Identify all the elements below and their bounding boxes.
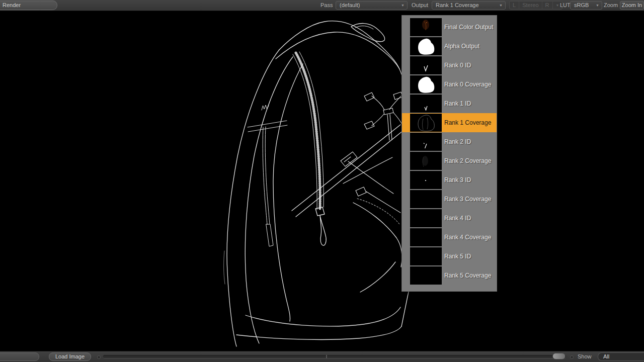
output-menu-item[interactable]: Final Color Output [402, 18, 497, 37]
render-button[interactable]: Render [0, 1, 57, 10]
output-thumbnail [410, 75, 442, 94]
backpack-wireframe [216, 11, 428, 347]
render-viewport[interactable] [0, 11, 644, 351]
output-menu-item-label: Final Color Output [444, 24, 493, 31]
output-menu-item-label: Rank 3 Coverage [444, 196, 491, 203]
stereo-button-group: L Stereo R ▼ [509, 1, 562, 10]
thumbnail-preview-icon [410, 209, 442, 227]
lut-dropdown-value: sRGB [574, 2, 589, 8]
output-menu-item[interactable]: Rank 3 Coverage [402, 190, 497, 209]
output-thumbnail [410, 152, 442, 170]
stereo-left-button[interactable]: L [510, 2, 519, 9]
thumbnail-preview-icon [410, 56, 442, 74]
thumbnail-preview-icon [410, 266, 442, 285]
chevron-down-icon: ▼ [499, 2, 503, 9]
output-dropdown-value: Rank 1 Coverage [436, 2, 479, 8]
thumbnail-preview-icon [410, 95, 442, 113]
output-menu-item[interactable]: Rank 5 Coverage [402, 266, 497, 285]
output-menu-item-label: Rank 5 Coverage [444, 272, 491, 279]
output-menu-item-label: Rank 4 Coverage [444, 234, 491, 241]
thumbnail-preview-icon [410, 133, 442, 151]
output-menu-item[interactable]: Rank 2 ID [402, 132, 497, 151]
output-menu-item[interactable]: Rank 2 Coverage [402, 151, 497, 170]
output-menu-item-label: Rank 2 Coverage [444, 157, 491, 164]
slider-start-dot-icon [97, 355, 101, 359]
output-menu-item[interactable]: Rank 4 Coverage [402, 228, 497, 247]
lut-label: LUT [560, 0, 571, 11]
output-menu-item-label: Rank 3 ID [444, 176, 471, 184]
thumbnail-preview-icon [410, 75, 442, 94]
render-button-label: Render [3, 2, 21, 8]
output-thumbnail [410, 37, 442, 55]
output-menu-item[interactable]: Rank 0 Coverage [402, 75, 497, 94]
top-toolbar: Render Pass (default) ▼ Output Rank 1 Co… [0, 0, 644, 11]
chevron-down-icon: ▼ [401, 2, 405, 9]
show-label: Show [578, 351, 592, 362]
thumbnail-preview-icon [410, 190, 442, 208]
output-menu-item-label: Rank 0 ID [444, 62, 471, 69]
output-menu-item[interactable]: Rank 1 ID [402, 94, 497, 113]
output-thumbnail [410, 209, 442, 227]
output-menu-item-label: Rank 1 ID [444, 100, 471, 107]
thumbnail-preview-icon [410, 37, 442, 55]
output-thumbnail [410, 266, 442, 285]
thumbnail-preview-icon [410, 18, 442, 36]
frame-slider-marker [326, 355, 327, 358]
output-thumbnail [410, 56, 442, 74]
pass-label: Pass [320, 0, 333, 11]
output-menu-item[interactable]: Rank 3 ID [402, 170, 497, 190]
output-menu-item[interactable]: Alpha Output [402, 37, 497, 56]
show-filter-dropdown[interactable]: All [598, 352, 644, 361]
stereo-right-button[interactable]: R [542, 2, 553, 9]
zoom-label: Zoom [604, 0, 618, 11]
catalog-dropdown[interactable] [0, 352, 39, 361]
output-menu-item-label: Rank 0 Coverage [444, 81, 491, 88]
output-thumbnail [410, 133, 442, 151]
output-thumbnail [410, 114, 442, 132]
output-menu-item[interactable]: Rank 0 ID [402, 56, 497, 75]
pass-dropdown-value: (default) [340, 2, 360, 8]
load-image-button[interactable]: Load Image [49, 352, 91, 361]
output-label: Output [412, 0, 428, 11]
render-monitor-window: { "toolbar": { "render_label": "Render",… [0, 0, 644, 362]
lut-dropdown[interactable]: sRGB ▼ [570, 1, 602, 10]
frame-slider-track[interactable] [103, 355, 566, 358]
thumbnail-preview-icon [410, 228, 442, 246]
output-menu-item[interactable]: Rank 1 Coverage [402, 113, 497, 132]
thumbnail-preview-icon [410, 247, 442, 265]
output-thumbnail [410, 190, 442, 208]
thumbnail-preview-icon [410, 114, 442, 132]
thumbnail-preview-icon [410, 152, 442, 170]
frame-slider-handle[interactable] [552, 353, 566, 359]
pass-dropdown[interactable]: (default) ▼ [336, 1, 408, 10]
output-dropdown[interactable]: Rank 1 Coverage ▼ [432, 1, 506, 10]
output-thumbnail [410, 95, 442, 113]
bottom-toolbar: Load Image Show All [0, 351, 644, 362]
thumbnail-preview-icon [410, 171, 442, 189]
chevron-down-icon: ▼ [596, 2, 599, 9]
output-thumbnail [410, 247, 442, 265]
output-menu: Final Color Output [401, 15, 497, 292]
output-menu-item[interactable]: Rank 5 ID [402, 247, 497, 266]
stereo-button[interactable]: Stereo [519, 2, 542, 9]
zoom-in-button[interactable]: Zoom In [620, 1, 644, 10]
output-menu-item[interactable]: Rank 4 ID [402, 209, 497, 228]
output-thumbnail [410, 171, 442, 189]
slider-end-dot-icon [570, 355, 574, 359]
output-menu-item-label: Alpha Output [444, 43, 479, 50]
output-menu-item-label: Rank 5 ID [444, 253, 471, 260]
output-thumbnail [410, 228, 442, 246]
output-menu-item-label: Rank 2 ID [444, 138, 471, 145]
output-menu-item-label: Rank 4 ID [444, 215, 471, 222]
output-thumbnail [410, 18, 442, 36]
output-menu-item-label: Rank 1 Coverage [444, 119, 491, 126]
